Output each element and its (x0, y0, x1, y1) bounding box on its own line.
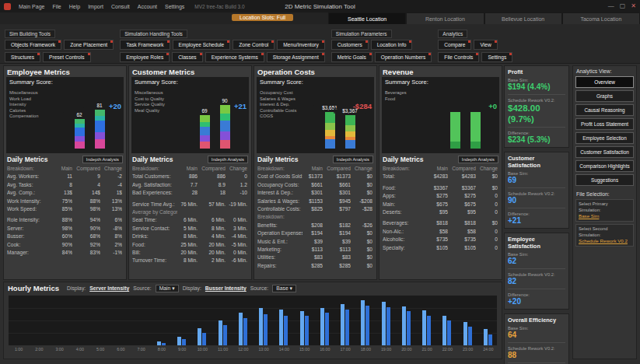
minimize-button[interactable]: — (608, 3, 614, 9)
hourly-control-label: Source: (133, 285, 151, 291)
indepth-analysis-button[interactable]: Indepth Analysis (82, 156, 123, 163)
hour-group (172, 296, 192, 345)
analytics-button-customer-satisfaction[interactable]: Customer Satisfaction (575, 146, 634, 158)
toolbar-button-task-framework[interactable]: Task Framework (120, 40, 170, 50)
bar-segment (470, 112, 481, 142)
toolbar-row: CustomersLocation Info (331, 40, 432, 50)
maximize-button[interactable]: ▢ (620, 3, 626, 9)
summary-entry: Schedule Rework V0.2:82 (508, 268, 565, 286)
cell-compared: 57 Min. (198, 201, 226, 208)
file-selection-item[interactable]: Select Second Simulation:Schedule Rework… (575, 224, 634, 247)
cell-label: Busser: (7, 233, 52, 240)
toolbar-button-view[interactable]: View (474, 40, 497, 50)
cell-label: Main: (383, 201, 428, 208)
toolbar-button-objects-framework[interactable]: Objects Framework (5, 40, 61, 50)
cell-main: 98% (52, 225, 72, 233)
table-row: Salaries & Wages:$1153$945-$208 (255, 198, 376, 205)
indepth-analysis-button[interactable]: Indepth Analysis (333, 156, 373, 163)
cell-compared: $275 (448, 192, 476, 200)
x-tick-label: 11:00 (213, 347, 233, 352)
analytics-button-profit-loss-statement[interactable]: Profit Loss Statement (575, 118, 634, 130)
indepth-analysis-button[interactable]: Indepth Analysis (458, 156, 498, 163)
file-item-value[interactable]: Base Sim (579, 213, 631, 219)
summary-entry: Schedule Rework V0.2:$428.00 (9.7%) (508, 94, 565, 124)
toolbar-button-operation-numbers[interactable]: Operation Numbers (375, 52, 432, 62)
bar-segment (450, 142, 460, 149)
menu-item-consult[interactable]: Consult (107, 4, 134, 9)
analytics-button-suggestions[interactable]: Suggestions (575, 174, 634, 186)
toolbar-button-structures[interactable]: Structures (5, 52, 40, 62)
close-button[interactable]: ✕ (631, 3, 636, 9)
analytics-button-graphs[interactable]: Graphs (575, 90, 634, 102)
toolbar-button-employee-roles[interactable]: Employee Roles (120, 52, 170, 62)
menu-item-settings[interactable]: Settings (161, 4, 188, 9)
toolbar-button-employee-schedule[interactable]: Employee Schedule (173, 40, 231, 50)
tab-renton-location[interactable]: Renton Location (406, 12, 484, 24)
table-row: Drinks:8 Min.4 Min.-4 Min. (130, 233, 250, 240)
menu-item-main-page[interactable]: Main Page (15, 4, 48, 9)
toolbar-button-experience-systems[interactable]: Experience Systems (205, 52, 264, 62)
toolbar-button-compare[interactable]: Compare (438, 40, 471, 50)
cell-main: 60% (52, 233, 72, 240)
toolbar-button-preset-controls[interactable]: Preset Controls (43, 52, 90, 62)
summary-chart: Summary Score:BeveragesFood+0 (382, 77, 499, 153)
menu-item-account[interactable]: Account (134, 4, 161, 9)
panel-customer-metrics: Customer MetricsSummary Score:Miscellane… (128, 65, 252, 280)
cell-main: $661 (303, 181, 323, 189)
bar-segment (220, 105, 230, 114)
location-tab-bar: Seattle LocationRenton LocationBellevue … (328, 12, 640, 24)
legend-item: COGS (260, 114, 296, 120)
toolbar-button-zone-placement[interactable]: Zone Placement (64, 40, 114, 50)
tab-bellevue-location[interactable]: Bellevue Location (484, 12, 562, 24)
x-tick-label: 10:00 (192, 347, 212, 352)
menu-item-file[interactable]: File (48, 4, 65, 9)
hourly-source-select-main[interactable]: Main ▾ (156, 285, 179, 292)
toolbar-button-customers[interactable]: Customers (331, 40, 369, 50)
cell-change: 0 (476, 244, 498, 252)
bar-value-label: 69 (188, 108, 221, 114)
toolbar-button-location-info[interactable]: Location Info (371, 40, 413, 50)
x-tick-label: 3:00 (50, 347, 70, 352)
toolbar-button-classes[interactable]: Classes (172, 52, 202, 62)
cell-compared: 20 Min. (198, 249, 226, 257)
hourly-display-link-busser-intensity[interactable]: Busser Intensity (205, 285, 247, 291)
cell-main: 85% (52, 205, 72, 213)
column-header: Main (52, 165, 72, 173)
tab-tacoma-location[interactable]: Tacoma Location (562, 12, 640, 24)
file-item-label: Select Second Simulation: (579, 226, 631, 238)
hourly-source-select-base[interactable]: Base ▾ (272, 285, 296, 292)
cell-compared: $1373 (323, 173, 351, 180)
analytics-view-title: Analytics View: (576, 68, 634, 74)
analytics-button-overview[interactable]: Overview (575, 76, 634, 88)
cell-change: 0 (476, 192, 498, 200)
bar-segment (75, 128, 85, 136)
daily-metrics-table: Breakdown:MainComparedChangeTotal:$4283$… (379, 165, 502, 252)
toolbar-button-menu-inventory[interactable]: Menu/Inventory (277, 40, 324, 50)
indepth-analysis-button[interactable]: Indepth Analysis (208, 156, 248, 163)
cell-change: 13% (100, 198, 122, 205)
menu-item-import[interactable]: Import (84, 4, 107, 9)
cell-compared: $301 (323, 189, 351, 197)
hourly-display-link-server-intensity[interactable]: Server Intensity (89, 285, 129, 291)
cell-main: $301 (303, 189, 323, 197)
legend: MiscellaneousWork LoadIntensityCaloriesC… (9, 90, 38, 120)
file-selection-item[interactable]: Select Primary Simulation:Base Sim (575, 199, 634, 222)
toolbar-button-metric-goals[interactable]: Metric Goals (331, 52, 372, 62)
cell-change: $0 (351, 262, 372, 270)
analytics-button-comparison-highlights[interactable]: Comparison Highlights (575, 160, 634, 172)
cell-change: -4 Min. (226, 233, 247, 240)
tab-seattle-location[interactable]: Seattle Location (328, 12, 406, 24)
toolbar-button-zone-control[interactable]: Zone Control (233, 40, 275, 50)
analytics-button-employee-selection[interactable]: Employee Selection (575, 132, 634, 144)
file-item-value[interactable]: Schedule Rework V0.2 (579, 238, 631, 244)
toolbar-button-settings[interactable]: Settings (481, 52, 512, 62)
legend: MiscellaneousCost to QualityService Qual… (135, 90, 165, 114)
toolbar-button-storage-assignment[interactable]: Storage Assignment (267, 52, 325, 62)
menu-item-help[interactable]: Help (65, 4, 84, 9)
summary-bar (200, 115, 210, 149)
toolbar-button-file-controls[interactable]: File Controls (438, 52, 479, 62)
cell-label: Repairs: (257, 262, 303, 270)
legend: BeveragesFood (385, 90, 407, 102)
analytics-button-causal-reasoning[interactable]: Causal Reasoning (575, 104, 634, 116)
cell-main: $675 (428, 201, 448, 208)
